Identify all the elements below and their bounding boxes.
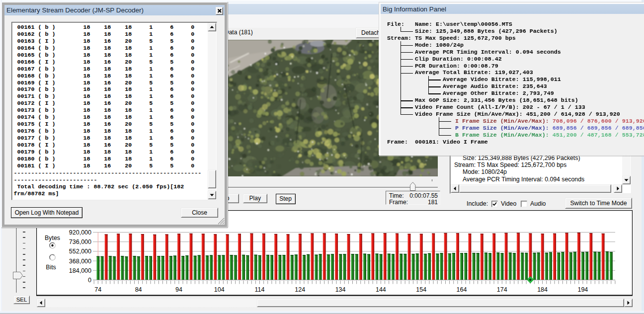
svg-text:194: 194 — [577, 286, 588, 293]
svg-text:920,000: 920,000 — [69, 229, 91, 236]
svg-text:Bits: Bits — [46, 264, 56, 271]
svg-text:104: 104 — [214, 286, 225, 293]
svg-text:0: 0 — [88, 277, 91, 284]
svg-text:144: 144 — [376, 286, 386, 293]
svg-text:94: 94 — [175, 286, 182, 293]
svg-text:552,000: 552,000 — [69, 248, 91, 255]
svg-text:184,000: 184,000 — [69, 267, 91, 274]
svg-text:134: 134 — [335, 286, 346, 293]
svg-text:164: 164 — [457, 286, 467, 293]
svg-text:184: 184 — [537, 286, 548, 293]
svg-text:74: 74 — [94, 286, 101, 293]
svg-text:736,000: 736,000 — [69, 238, 91, 245]
svg-text:154: 154 — [416, 286, 426, 293]
svg-text:84: 84 — [135, 286, 142, 293]
svg-text:124: 124 — [295, 286, 305, 293]
svg-text:174: 174 — [497, 286, 507, 293]
svg-text:114: 114 — [255, 286, 265, 293]
svg-text:Bytes: Bytes — [45, 235, 60, 241]
svg-text:368,000: 368,000 — [69, 258, 91, 265]
